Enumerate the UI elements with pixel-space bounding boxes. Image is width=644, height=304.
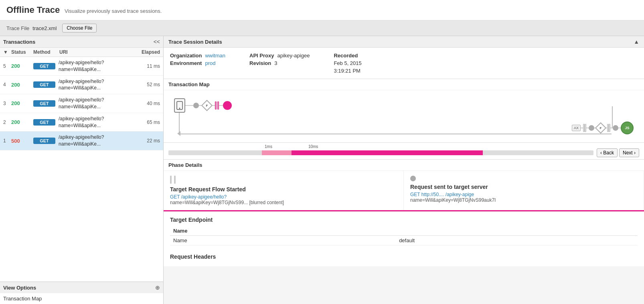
trace-file-bar: Trace File trace2.xml Choose File xyxy=(0,20,644,36)
gray-circle-icon xyxy=(193,103,199,108)
value-cell: default xyxy=(396,236,638,245)
phase-card-1: Target Request Flow Started GET /apikey-… xyxy=(164,171,404,210)
phase-card-2: Request sent to target server GET http:/… xyxy=(404,171,644,210)
flow-bottom: AX F xyxy=(572,122,634,134)
row-num: 3 xyxy=(3,101,11,106)
page-subtitle: Visualize previously saved trace session… xyxy=(65,8,162,14)
gray-circle-2 xyxy=(589,125,594,131)
phase-indicator-2 xyxy=(410,176,416,181)
session-info: Organization wwitman Environment prod AP… xyxy=(164,48,644,79)
timeline-label-10ms: 10ms xyxy=(308,144,318,149)
svg-point-1 xyxy=(179,108,180,109)
phase-card-2-link[interactable]: GET http://50.... /apikey-apige xyxy=(410,192,637,197)
row-num: 4 xyxy=(3,82,11,87)
environment-value: prod xyxy=(205,60,215,66)
transaction-row[interactable]: 4 200 GET /apikey-apigee/hello?name=Will… xyxy=(0,76,163,95)
uri-column-header: URI xyxy=(59,49,136,55)
phase-card-2-title: Request sent to target server xyxy=(410,184,637,190)
row-uri: /apikey-apigee/hello?name=Will&apiKe... xyxy=(59,97,136,110)
table-header: ▼ Status Method URI Elapsed xyxy=(0,48,163,57)
table-row: Name default xyxy=(170,236,638,245)
row-uri: /apikey-apigee/hello?name=Will&apiKe... xyxy=(59,134,136,148)
main-layout: Transactions << ▼ Status Method URI Elap… xyxy=(0,36,644,304)
row-elapsed: 52 ms xyxy=(136,82,160,87)
endpoint-table: Name Name default xyxy=(170,226,638,245)
phase-card-1-title: Target Request Flow Started xyxy=(170,186,397,193)
transaction-row[interactable]: 3 200 GET /apikey-apigee/hello?name=Will… xyxy=(0,94,163,113)
target-endpoint-title: Target Endpoint xyxy=(170,217,638,223)
map-diagram: F xyxy=(164,90,644,142)
phase-card-2-text: name=Will&apiKey=Wj8TGjNvS99auk7I xyxy=(410,197,637,203)
timeline-labels-row: 1ms 10ms xyxy=(168,144,639,149)
trace-session-header: Trace Session Details ▲ xyxy=(164,36,644,48)
row-status: 200 xyxy=(11,82,33,88)
timeline-nav: ‹ Back Next › xyxy=(597,148,639,157)
connector xyxy=(185,105,193,106)
collapse-transactions-button[interactable]: << xyxy=(154,39,160,45)
view-options-label: View Options xyxy=(3,285,36,291)
view-options-content: Transaction Map xyxy=(0,293,163,304)
transaction-row[interactable]: 1 500 GET /apikey-apigee/hello?name=Will… xyxy=(0,132,163,150)
trace-file-name: trace2.xml xyxy=(32,25,57,31)
nodejs-icon: JS xyxy=(621,122,634,134)
revision-label: Revision xyxy=(249,60,271,66)
row-elapsed: 11 ms xyxy=(136,63,160,69)
row-num: 5 xyxy=(3,63,11,69)
view-options-toggle[interactable]: ⊕ xyxy=(155,284,160,291)
transaction-row[interactable]: 5 200 GET /apikey-apigee/hello?name=Will… xyxy=(0,57,163,76)
session-details-label: Trace Session Details xyxy=(168,39,222,45)
method-column-header: Method xyxy=(33,49,59,55)
arrow-left-head xyxy=(177,131,180,136)
timeline-bg xyxy=(168,150,593,155)
status-column-header: Status xyxy=(11,49,33,55)
gray-circle-3 xyxy=(613,125,618,131)
row-status: 200 xyxy=(11,63,33,69)
parallel-icon xyxy=(215,101,219,109)
f-diamond-group: F xyxy=(203,101,211,109)
pink-circle-icon xyxy=(223,101,232,110)
trace-file-label: Trace File xyxy=(6,25,29,31)
row-status: 200 xyxy=(11,100,33,106)
api-proxy-value: apikey-apigee xyxy=(277,53,310,59)
parallel-icon-2 xyxy=(583,124,586,132)
phone-icon xyxy=(174,98,185,113)
right-panel: Trace Session Details ▲ Organization wwi… xyxy=(164,36,644,304)
method-badge: GET xyxy=(33,81,55,88)
transaction-map-label: Transaction Map xyxy=(164,79,644,90)
method-badge: GET xyxy=(33,100,55,107)
transactions-label: Transactions xyxy=(3,39,35,45)
phase-cards: Target Request Flow Started GET /apikey-… xyxy=(164,171,644,211)
recorded-date: Feb 5, 2015 xyxy=(334,60,361,66)
f-diamond-2: F xyxy=(595,122,606,134)
organization-value: wwitman xyxy=(205,53,225,59)
recorded-group: Recorded Feb 5, 2015 3:19:21 PM xyxy=(334,53,361,74)
request-headers-section: Request Headers xyxy=(164,250,644,266)
page-header: Offline Trace Visualize previously saved… xyxy=(0,0,644,20)
org-env-group: Organization wwitman Environment prod xyxy=(170,53,225,74)
ax-label: AX xyxy=(572,125,581,131)
spacer xyxy=(232,105,264,106)
collapse-session-button[interactable]: ▲ xyxy=(634,39,639,45)
return-arrow xyxy=(179,134,612,134)
transaction-row[interactable]: 2 200 GET /apikey-apigee/hello?name=Will… xyxy=(0,113,163,132)
timeline-segment-pink xyxy=(292,150,483,155)
api-proxy-label: API Proxy xyxy=(249,53,274,59)
organization-label: Organization xyxy=(170,53,202,59)
name-column-header: Name xyxy=(170,226,396,236)
timeline-label-1ms: 1ms xyxy=(265,144,272,149)
row-uri: /apikey-apigee/hello?name=Will&apiKe... xyxy=(59,116,136,129)
connector xyxy=(219,105,223,106)
view-options-item: Transaction Map xyxy=(3,296,42,302)
elapsed-column-header: Elapsed xyxy=(136,49,160,55)
sort-icon[interactable]: ▼ xyxy=(3,49,11,55)
back-button[interactable]: ‹ Back xyxy=(597,148,618,157)
timeline-segment-light xyxy=(262,150,292,155)
phase-card-1-link[interactable]: GET /apikey-apigee/hello? xyxy=(170,194,397,200)
proxy-revision-group: API Proxy apikey-apigee Revision 3 xyxy=(249,53,310,74)
view-options-bar: View Options ⊕ xyxy=(0,282,163,293)
transactions-header: Transactions << xyxy=(0,36,163,48)
next-button[interactable]: Next › xyxy=(619,148,639,157)
method-badge: GET xyxy=(33,63,55,69)
choose-file-button[interactable]: Choose File xyxy=(62,24,97,32)
revision-value: 3 xyxy=(274,60,277,66)
